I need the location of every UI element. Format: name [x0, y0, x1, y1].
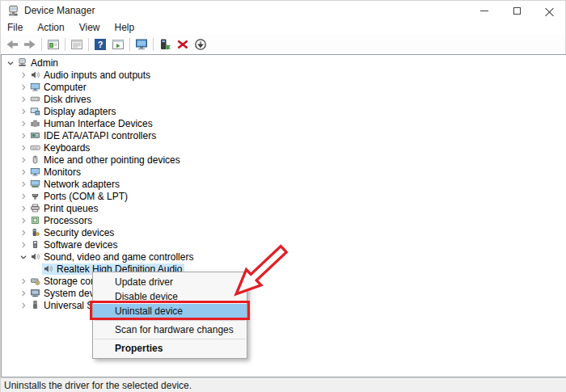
context-menu-item-scan-for-hardware-changes[interactable]: Scan for hardware changes [93, 322, 247, 337]
minimize-icon[interactable] [468, 1, 501, 20]
status-bar: Uninstalls the driver for the selected d… [1, 377, 566, 392]
keyboard-icon [29, 142, 40, 154]
tree-item-label: Disk drives [44, 94, 91, 105]
toolbar-separator [65, 38, 65, 51]
context-menu-item-update-driver[interactable]: Update driver [93, 275, 247, 289]
printer-icon [29, 203, 40, 214]
storage-icon [29, 276, 40, 287]
chevron-collapsed-icon[interactable] [18, 300, 29, 311]
red-highlight-box [90, 301, 250, 320]
tree-item-label: Print queues [44, 203, 98, 214]
console-window-icon[interactable] [46, 37, 61, 52]
chevron-collapsed-icon[interactable] [18, 106, 29, 117]
tree-item-computer[interactable]: Computer [2, 81, 566, 93]
status-text: Uninstalls the driver for the selected d… [4, 380, 192, 391]
menu-file[interactable]: File [4, 21, 29, 35]
tree-item-audio-inputs-and-outputs[interactable]: Audio inputs and outputs [2, 69, 566, 81]
chevron-collapsed-icon[interactable] [18, 215, 29, 226]
chevron-collapsed-icon[interactable] [18, 288, 29, 299]
nav-forward-icon[interactable] [23, 37, 37, 52]
tree-item-label: IDE ATA/ATAPI controllers [44, 130, 156, 141]
monitor-icon [29, 166, 40, 178]
list-window-icon[interactable] [70, 37, 84, 52]
context-menu-separator [95, 339, 245, 339]
chevron-collapsed-icon[interactable] [18, 154, 29, 166]
chevron-collapsed-icon[interactable] [18, 227, 29, 238]
tree-item-ports-com-lpt[interactable]: Ports (COM & LPT) [2, 190, 566, 202]
processor-icon [29, 215, 40, 226]
chevron-collapsed-icon[interactable] [18, 70, 29, 81]
context-menu-separator [95, 320, 245, 321]
tree-item-label: Display adapters [44, 106, 116, 117]
update-driver-icon[interactable] [158, 37, 172, 52]
chevron-expanded-icon[interactable] [5, 57, 16, 69]
ide-icon [29, 130, 40, 141]
help-icon[interactable]: ? [93, 37, 108, 52]
chevron-collapsed-icon[interactable] [18, 82, 29, 93]
chevron-collapsed-icon[interactable] [18, 166, 29, 178]
tree-item-processors[interactable]: Processors [2, 214, 566, 226]
mouse-icon [29, 154, 40, 166]
close-icon[interactable] [533, 1, 565, 20]
chevron-collapsed-icon[interactable] [18, 276, 29, 287]
chevron-collapsed-icon[interactable] [18, 142, 29, 154]
tree-item-keyboards[interactable]: Keyboards [2, 141, 566, 154]
tree-item-label: Admin [31, 57, 58, 69]
device-manager-window: Device Manager FileActionViewHelp ? Admi… [0, 0, 566, 392]
hid-icon [29, 118, 40, 129]
tree-item-label: Human Interface Devices [44, 118, 153, 129]
red-arrow-icon [232, 242, 290, 301]
display-adapter-icon [29, 106, 40, 117]
menu-action[interactable]: Action [34, 21, 70, 35]
tree-item-human-interface-devices[interactable]: Human Interface Devices [2, 117, 566, 129]
tree-item-label: Sound, video and game controllers [44, 251, 193, 263]
tree-item-admin[interactable]: Admin [2, 57, 566, 69]
toolbar-separator [129, 38, 130, 51]
title-bar: Device Manager [1, 1, 565, 20]
tree-item-ide-ata-atapi-controllers[interactable]: IDE ATA/ATAPI controllers [2, 129, 566, 141]
software-icon [29, 239, 40, 251]
tree-item-print-queues[interactable]: Print queues [2, 202, 566, 214]
uninstall-device-icon[interactable] [175, 37, 190, 52]
tree-item-display-adapters[interactable]: Display adapters [2, 105, 566, 117]
tree-item-security-devices[interactable]: Security devices [2, 226, 566, 238]
chevron-collapsed-icon[interactable] [18, 191, 29, 202]
chevron-expanded-icon[interactable] [18, 251, 29, 263]
chevron-collapsed-icon[interactable] [18, 130, 29, 141]
toolbar-separator [41, 38, 42, 51]
maximize-icon[interactable] [501, 1, 533, 20]
tree-item-network-adapters[interactable]: Network adapters [2, 178, 566, 190]
window-title: Device Manager [24, 5, 95, 16]
tree-item-label: Security devices [44, 227, 114, 238]
tree-item-label: Computer [44, 82, 87, 93]
properties-monitor-icon[interactable] [134, 37, 149, 52]
computer-icon [16, 57, 27, 69]
menu-view[interactable]: View [76, 21, 107, 35]
chevron-collapsed-icon[interactable] [18, 118, 29, 129]
menu-help[interactable]: Help [112, 21, 142, 35]
chevron-collapsed-icon[interactable] [18, 239, 29, 251]
chevron-collapsed-icon[interactable] [18, 203, 29, 214]
tree-item-label: Processors [44, 215, 92, 226]
disk-icon [29, 94, 40, 105]
chevron-collapsed-icon[interactable] [18, 179, 29, 190]
tree-item-universal-serial-bus-controllers[interactable]: Universal Serial Bus controllers [2, 299, 566, 311]
monitor-icon [29, 82, 40, 93]
tree-item-disk-drives[interactable]: Disk drives [2, 93, 566, 105]
speaker-icon [42, 263, 53, 275]
tree-item-mice-and-other-pointing-devices[interactable]: Mice and other pointing devices [2, 154, 566, 166]
chevron-collapsed-icon[interactable] [18, 94, 29, 105]
context-menu-item-properties[interactable]: Properties [93, 341, 247, 356]
nav-back-icon[interactable] [5, 37, 19, 52]
tree-item-label: Monitors [44, 166, 81, 178]
tree-item-monitors[interactable]: Monitors [2, 166, 566, 178]
usb-icon [29, 300, 40, 311]
tree-item-label: Mice and other pointing devices [44, 154, 180, 166]
action-pane-icon[interactable] [111, 37, 125, 52]
scan-hardware-icon[interactable] [193, 37, 208, 52]
speaker-icon [29, 70, 40, 81]
window-controls [468, 1, 565, 20]
system-icon [29, 288, 40, 299]
tree-item-label: Audio inputs and outputs [44, 70, 150, 81]
tree-item-label: Network adapters [44, 179, 120, 190]
